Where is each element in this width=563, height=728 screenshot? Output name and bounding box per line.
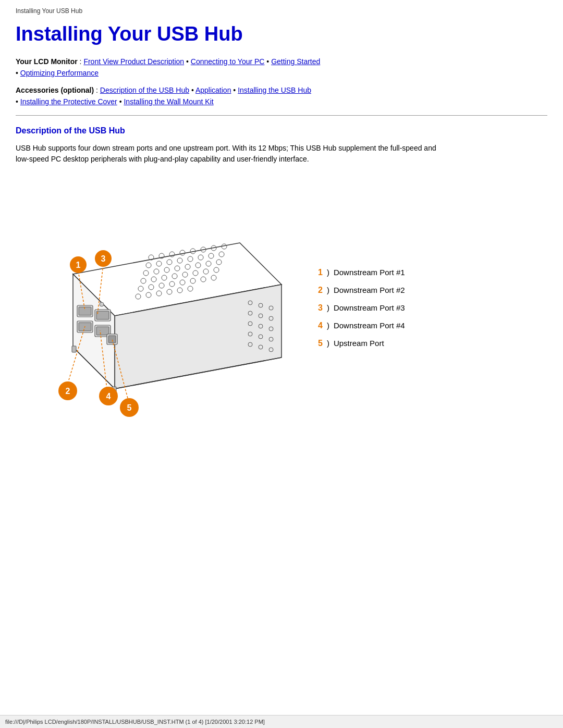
legend-item-2: 2) Downstream Port #2 [318,286,405,295]
link-front-view[interactable]: Front View Product Description [83,57,184,66]
legend-number-1: 1 [318,268,323,277]
svg-rect-65 [79,307,91,315]
svg-text:1: 1 [76,261,81,269]
accessories-nav: Accessories (optional) : Description of … [16,84,547,108]
svg-text:5: 5 [127,403,132,412]
legend-number-2: 2 [318,286,323,295]
link-getting-started[interactable]: Getting Started [271,57,320,66]
divider [16,115,547,116]
lcd-monitor-label: Your LCD Monitor [16,57,78,66]
svg-rect-67 [96,311,109,319]
accessories-label: Accessories (optional) [16,86,94,94]
svg-rect-77 [72,346,76,352]
legend-label-1: Downstream Port #1 [334,268,405,277]
link-connecting[interactable]: Connecting to Your PC [191,57,265,66]
legend-container: 1) Downstream Port #1 2) Downstream Port… [318,268,405,348]
diagram-area: 1 3 2 4 5 1) Downstream Port #1 2) Downs… [16,180,547,420]
link-optimizing[interactable]: Optimizing Performance [20,69,99,77]
link-protective[interactable]: Installing the Protective Cover [20,97,117,106]
link-wall-mount[interactable]: Installing the Wall Mount Kit [124,97,213,106]
lcd-monitor-nav: Your LCD Monitor : Front View Product De… [16,56,547,79]
legend-label-5: Upstream Port [334,339,384,348]
usb-hub-diagram: 1 3 2 4 5 [16,180,297,420]
browser-title: Installing Your USB Hub [16,5,547,17]
legend-label-4: Downstream Port #4 [334,321,405,330]
legend-item-1: 1) Downstream Port #1 [318,268,405,277]
description-text: USB Hub supports four down stream ports … [16,143,443,165]
legend-number-4: 4 [318,321,323,330]
svg-point-74 [100,302,104,306]
legend-label-2: Downstream Port #2 [334,286,405,294]
legend-number-5: 5 [318,339,323,348]
svg-text:2: 2 [66,387,70,396]
link-application[interactable]: Application [195,86,231,94]
legend-item-3: 3) Downstream Port #3 [318,303,405,313]
link-installing-usb[interactable]: Installing the USB Hub [238,86,311,94]
legend-label-3: Downstream Port #3 [334,303,405,312]
svg-rect-71 [96,327,109,335]
legend-item-5: 5) Upstream Port [318,339,405,348]
footer-bar: file:///D|/Philips LCD/english/180P/INST… [0,715,563,728]
section-title: Description of the USB Hub [16,126,547,135]
page-title: Installing Your USB Hub [16,23,547,45]
link-desc-usb[interactable]: Description of the USB Hub [100,86,189,94]
svg-text:4: 4 [106,392,111,401]
legend-number-3: 3 [318,303,323,313]
legend-item-4: 4) Downstream Port #4 [318,321,405,330]
svg-text:3: 3 [101,254,106,263]
